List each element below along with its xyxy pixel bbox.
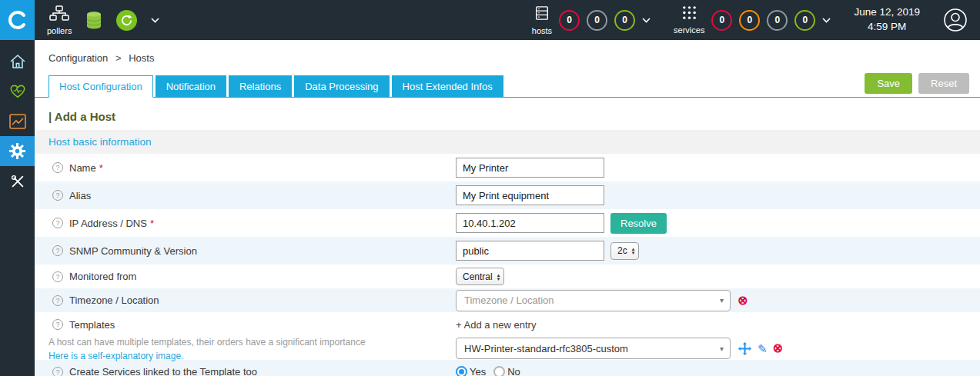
- pollers-menu[interactable]: pollers: [47, 5, 72, 35]
- snmp-community-input[interactable]: [456, 241, 604, 261]
- sidebar-item-reporting[interactable]: [0, 106, 35, 136]
- ip-address-input[interactable]: [456, 213, 604, 233]
- clock-time: 4:59 PM: [854, 20, 920, 35]
- breadcrumb-separator: >: [115, 52, 122, 64]
- chart-icon: [9, 114, 26, 129]
- template-edit-icon[interactable]: ✎: [758, 343, 768, 354]
- services-icon: [682, 5, 697, 23]
- help-icon[interactable]: ?: [52, 295, 63, 306]
- create-services-label: Create Services linked to the Template t…: [69, 366, 257, 376]
- tab-host-extended-infos[interactable]: Host Extended Infos: [392, 75, 503, 97]
- services-status-group: services 0 0 0 0: [674, 5, 831, 35]
- templates-help-text: A host can have multiple templates, thei…: [48, 337, 456, 348]
- breadcrumb: Configuration > Hosts: [35, 40, 980, 64]
- services-label: services: [674, 25, 704, 35]
- user-icon: [943, 8, 968, 32]
- select-stepper-icon: ▴▾: [632, 247, 635, 255]
- help-icon[interactable]: ?: [52, 319, 63, 330]
- breadcrumb-hosts[interactable]: Hosts: [129, 52, 154, 64]
- user-avatar[interactable]: [943, 8, 968, 32]
- name-label: Name: [69, 162, 96, 174]
- hosts-icon: [534, 5, 550, 24]
- hosts-counter-unreachable[interactable]: 0: [587, 10, 607, 31]
- timezone-placeholder: Timezone / Location: [464, 294, 554, 306]
- tab-notification[interactable]: Notification: [156, 75, 226, 97]
- name-input[interactable]: [456, 158, 604, 178]
- sidebar-item-administration[interactable]: [0, 166, 35, 196]
- services-counter-unknown[interactable]: 0: [767, 10, 788, 31]
- gear-icon: [9, 143, 25, 159]
- templates-help-link[interactable]: Here is a self-explanatory image.: [48, 351, 456, 361]
- form-row-name: ? Name *: [35, 154, 980, 181]
- create-services-radio-group: Yes No: [456, 366, 528, 376]
- sidebar-item-configuration[interactable]: [0, 136, 35, 166]
- breadcrumb-configuration[interactable]: Configuration: [48, 52, 108, 64]
- form-row-monitored-from: ? Monitored from Central ▴▾: [35, 265, 980, 288]
- page-title: | Add a Host: [48, 110, 980, 124]
- tab-relations[interactable]: Relations: [229, 75, 292, 97]
- chevron-down-icon[interactable]: [151, 18, 159, 23]
- form-row-alias: ? Alias: [35, 181, 980, 209]
- templates-label: Templates: [69, 319, 115, 331]
- add-template-entry-link[interactable]: + Add a new entry: [456, 318, 783, 331]
- radio-no[interactable]: [493, 366, 505, 376]
- form-row-snmp: ? SNMP Community & Version 2c ▴▾: [35, 237, 980, 265]
- radio-yes[interactable]: [456, 366, 467, 376]
- template-move-icon[interactable]: [738, 342, 751, 355]
- timezone-select[interactable]: Timezone / Location ▾: [456, 290, 731, 311]
- home-icon: [9, 54, 26, 69]
- help-icon[interactable]: ?: [52, 367, 63, 376]
- centreon-logo-icon: [8, 10, 28, 30]
- help-icon[interactable]: ?: [52, 271, 63, 282]
- chevron-down-icon: ▾: [720, 344, 724, 353]
- tab-data-processing[interactable]: Data Processing: [294, 75, 389, 97]
- alias-input[interactable]: [456, 185, 604, 205]
- monitored-from-label: Monitored from: [69, 271, 136, 282]
- sidebar: [0, 40, 35, 376]
- required-asterisk: *: [99, 162, 103, 174]
- top-bar: pollers: [0, 0, 980, 40]
- reset-button[interactable]: Reset: [918, 73, 969, 94]
- hosts-status-group: hosts 0 0 0: [532, 5, 651, 35]
- help-icon[interactable]: ?: [52, 245, 63, 256]
- radio-no-label[interactable]: No: [507, 366, 520, 376]
- services-counter-warning[interactable]: 0: [739, 10, 760, 31]
- template-delete-icon[interactable]: ⊗: [773, 342, 783, 354]
- hosts-menu[interactable]: hosts: [532, 5, 552, 35]
- select-stepper-icon: ▴▾: [497, 273, 500, 281]
- hosts-counter-up[interactable]: 0: [614, 10, 635, 31]
- help-icon[interactable]: ?: [52, 162, 63, 173]
- snmp-label: SNMP Community & Version: [69, 245, 197, 257]
- tab-bar: Host Configuration Notification Relation…: [35, 73, 980, 98]
- timezone-clear-icon[interactable]: ⊗: [738, 294, 748, 307]
- services-counter-ok[interactable]: 0: [794, 10, 815, 31]
- centreon-logo[interactable]: [0, 0, 35, 40]
- services-menu[interactable]: services: [674, 5, 704, 35]
- main-content: Configuration > Hosts Host Configuration…: [35, 40, 980, 376]
- form-row-timezone: ? Timezone / Location Timezone / Locatio…: [35, 288, 980, 312]
- hosts-counter-down[interactable]: 0: [559, 10, 580, 31]
- help-icon[interactable]: ?: [52, 218, 63, 228]
- template-selected-value: HW-Printer-standard-rfc3805-custom: [464, 343, 628, 354]
- resolve-button[interactable]: Resolve: [610, 213, 667, 234]
- save-button[interactable]: Save: [865, 73, 912, 94]
- hosts-label: hosts: [532, 26, 552, 35]
- template-select[interactable]: HW-Printer-standard-rfc3805-custom ▾: [456, 338, 731, 359]
- sidebar-item-home[interactable]: [0, 46, 35, 76]
- heart-pulse-icon: [9, 84, 26, 99]
- chevron-down-icon: ▾: [720, 296, 724, 304]
- database-status-icon[interactable]: [85, 11, 102, 30]
- services-counter-critical[interactable]: 0: [711, 10, 732, 31]
- chevron-down-icon[interactable]: [822, 18, 831, 23]
- clock-date: June 12, 2019: [854, 5, 920, 20]
- form-row-create-services: ? Create Services linked to the Template…: [35, 360, 980, 376]
- chevron-down-icon[interactable]: [642, 18, 651, 23]
- help-icon[interactable]: ?: [52, 190, 63, 201]
- tab-host-configuration[interactable]: Host Configuration: [48, 75, 153, 98]
- sync-status-icon[interactable]: [116, 10, 137, 31]
- snmp-version-select[interactable]: 2c ▴▾: [610, 242, 639, 260]
- radio-yes-label[interactable]: Yes: [470, 366, 486, 376]
- monitored-from-select[interactable]: Central ▴▾: [456, 268, 504, 285]
- required-asterisk: *: [150, 218, 154, 229]
- sidebar-item-monitoring[interactable]: [0, 76, 35, 106]
